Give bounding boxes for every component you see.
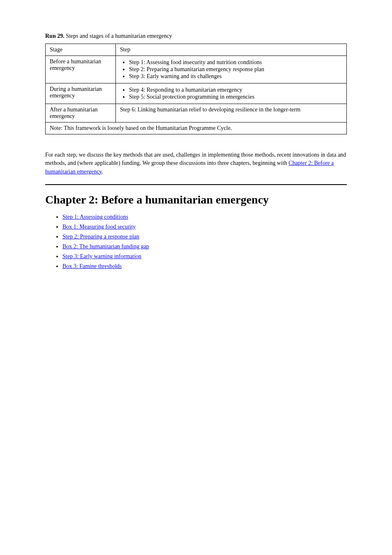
run-label: Run 29.: [45, 33, 65, 39]
stages-table: Stage Step Before a humanitarian emergen…: [45, 44, 347, 134]
steps-cell: Step 4: Responding to a humanitarian eme…: [116, 83, 347, 104]
step-item: Step 3: Early warning and its challenges: [129, 73, 342, 80]
chapter-link[interactable]: Box 2: The humanitarian funding gap: [62, 243, 149, 250]
intro-paragraph: For each step, we discuss the key method…: [45, 151, 347, 176]
intro-text-2: .: [102, 169, 104, 175]
table-row: During a humanitarian emergency Step 4: …: [46, 83, 347, 104]
chapter-link[interactable]: Box 3: Famine thresholds: [62, 263, 122, 269]
run-header: Run 29. Steps and stages of a humanitari…: [45, 33, 347, 39]
list-item: Box 3: Famine thresholds: [62, 263, 347, 270]
chapter-link[interactable]: Box 1: Measuring food security: [62, 224, 136, 230]
table-row: Before a humanitarian emergency Step 1: …: [46, 56, 347, 83]
step-item: Step 4: Responding to a humanitarian eme…: [129, 87, 342, 93]
table-header-row: Stage Step: [46, 44, 347, 56]
list-item: Step 3: Early warning information: [62, 253, 347, 260]
table-note-row: Note: This framework is loosely based on…: [46, 123, 347, 134]
stage-cell: Before a humanitarian emergency: [46, 56, 116, 83]
stage-cell: During a humanitarian emergency: [46, 83, 116, 104]
chapter-link[interactable]: Step 3: Early warning information: [62, 253, 141, 259]
list-item: Box 1: Measuring food security: [62, 224, 347, 230]
step-item: Step 2: Preparing a humanitarian emergen…: [129, 66, 342, 73]
chapter-link[interactable]: Step 1: Assessing conditions: [62, 214, 128, 220]
list-item: Box 2: The humanitarian funding gap: [62, 243, 347, 250]
table-note: Note: This framework is loosely based on…: [46, 123, 347, 134]
chapter-links-list: Step 1: Assessing conditions Box 1: Meas…: [62, 214, 347, 270]
section-divider: [45, 184, 347, 185]
stage-cell: After a humanitarian emergency: [46, 104, 116, 123]
step-item: Step 1: Assessing food insecurity and nu…: [129, 59, 342, 66]
list-item: Step 1: Assessing conditions: [62, 214, 347, 220]
run-text: Steps and stages of a humanitarian emerg…: [66, 33, 172, 39]
step-item: Step 5: Social protection programming in…: [129, 94, 342, 100]
steps-cell: Step 6: Linking humanitarian relief to d…: [116, 104, 347, 123]
table-header-step: Step: [116, 44, 347, 56]
chapter-link[interactable]: Step 2: Preparing a response plan: [62, 234, 139, 240]
table-row: After a humanitarian emergency Step 6: L…: [46, 104, 347, 123]
chapter-title: Chapter 2: Before a humanitarian emergen…: [45, 193, 347, 206]
list-item: Step 2: Preparing a response plan: [62, 234, 347, 240]
steps-cell: Step 1: Assessing food insecurity and nu…: [116, 56, 347, 83]
table-header-stage: Stage: [46, 44, 116, 56]
page: Run 29. Steps and stages of a humanitari…: [0, 0, 392, 555]
